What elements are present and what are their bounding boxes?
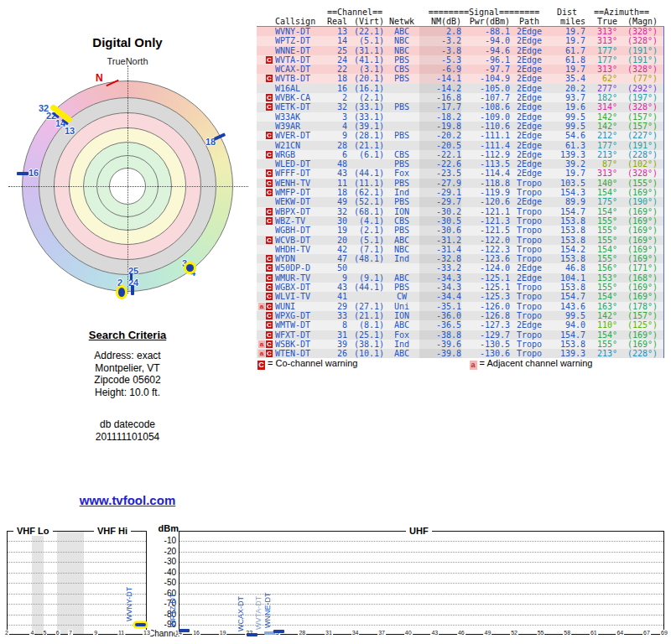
cell-miles: 143.6 <box>549 302 585 311</box>
cell-virt: (10.1) <box>347 349 384 358</box>
cell-magn: (157°) <box>617 311 658 320</box>
cell-netwk: ABC <box>384 273 419 283</box>
column-header-virt: (Virt) <box>347 17 384 26</box>
cell-netwk: ION <box>384 207 419 216</box>
column-header-miles: miles <box>549 17 585 26</box>
channel-tick: 19 <box>219 630 227 636</box>
cell-real: 19 <box>325 226 347 235</box>
cell-virt: (21.1) <box>347 311 384 320</box>
cell-path: 2Edge <box>510 141 549 150</box>
table-row: CWVER-DT9(28.1)PBS-20.2-111.12Edge54.621… <box>257 131 664 140</box>
row-warning-badges: C <box>257 131 275 140</box>
cell-nm: -27.9 <box>419 179 461 188</box>
search-criteria-line: Zipcode 05602 <box>44 374 211 387</box>
cell-virt: (3.1) <box>347 65 384 74</box>
cell-pwr: -124.0 <box>461 263 510 273</box>
column-header-real: Real <box>325 17 347 26</box>
cell-netwk: NBC <box>384 36 419 45</box>
cell-callsign: WSBK-DT <box>275 340 325 349</box>
cell-netwk: Uni <box>384 302 419 311</box>
cell-netwk: Ind <box>384 254 419 263</box>
cell-magn: (169°) <box>617 330 658 340</box>
polar-marker <box>130 273 133 280</box>
co-channel-badge: C <box>266 350 273 357</box>
cell-true: 110° <box>585 320 617 330</box>
chart-bar <box>273 630 284 633</box>
cell-virt: (44.1) <box>347 169 384 178</box>
channel-tick: 37 <box>377 630 386 636</box>
cell-real: 11 <box>325 179 347 188</box>
cell-magn: (157°) <box>617 122 658 131</box>
station-table: ==Channel==========Signal========Dist==A… <box>257 8 664 358</box>
cell-netwk: PBS <box>384 179 419 188</box>
cell-path: Tropo <box>510 340 549 349</box>
co-channel-badge: C <box>266 264 273 272</box>
datecode-value: 201111101054 <box>44 431 211 444</box>
cell-real: 2 <box>325 93 347 102</box>
cell-real: 16 <box>325 84 347 93</box>
cell-path: Tropo <box>510 254 549 263</box>
band-label-vhf-lo: VHF Lo <box>13 526 53 536</box>
table-row: W39AR4(39.1)-19.8-110.62Edge99.5142°(157… <box>257 122 664 131</box>
cell-callsign: WFFF-DT <box>275 169 325 178</box>
cell-miles: 104.1 <box>549 273 585 283</box>
column-header-magn: (Magn) <box>617 17 658 26</box>
channel-tick: 34 <box>351 630 360 636</box>
cell-netwk: PBS <box>384 159 419 169</box>
dbm-tick-label: -30 <box>149 557 176 566</box>
cell-miles: 54.6 <box>549 131 585 140</box>
table-row: CWRGB6(6.1)CBS-22.1-112.92Edge139.3213°(… <box>257 150 664 159</box>
header-group <box>275 8 325 17</box>
cell-path: 2Edge <box>510 159 549 169</box>
cell-nm: -5.3 <box>419 55 461 65</box>
channel-tick: 67 <box>642 630 651 636</box>
cell-true: 313° <box>585 36 617 45</box>
cell-path: Tropo <box>510 226 549 235</box>
table-row: CWFXT-DT31(25.1)Fox-38.8-129.7Tropo154.7… <box>257 330 664 340</box>
header-group: ========Signal======== <box>419 8 549 17</box>
cell-pwr: -125.3 <box>461 292 510 301</box>
cell-true: 155° <box>585 340 617 349</box>
row-warning-badges: C <box>257 263 275 273</box>
cell-path: 2Edge <box>510 93 549 102</box>
cell-pwr: -126.8 <box>461 311 510 320</box>
channel-tick: 64 <box>616 630 624 636</box>
cell-path: 2Edge <box>510 197 549 206</box>
band-label-vhf-hi: VHF Hi <box>94 526 131 536</box>
adjacent-channel-badge: a <box>258 340 265 348</box>
cell-netwk: CBS <box>384 150 419 159</box>
cell-nm: -20.5 <box>419 141 461 150</box>
co-channel-badge: C <box>266 208 273 216</box>
cell-nm: -36.5 <box>419 320 461 330</box>
table-row: WNNE-DT25(31.1)NBC-3.8-94.62Edge61.7177°… <box>257 46 664 55</box>
table-column-headers: CallsignReal(Virt)NetwkNM(dB)Pwr(dBm)Pat… <box>257 17 664 26</box>
cell-true: 213° <box>585 150 617 159</box>
cell-pwr: -94.0 <box>461 36 510 45</box>
cell-pwr: -125.1 <box>461 273 510 283</box>
cell-nm: -35.1 <box>419 302 461 311</box>
cell-miles: 94.0 <box>549 320 585 330</box>
cell-netwk: CW <box>384 292 419 301</box>
table-row: CWFFF-DT43(44.1)Fox-23.5-114.42Edge19.73… <box>257 169 664 178</box>
cell-callsign: W50DP-D <box>275 263 325 273</box>
table-row: CWETK-DT32(33.1)PBS-17.7-108.62Edge19.63… <box>257 102 664 112</box>
row-warning-badges: aC <box>257 349 275 358</box>
cell-netwk <box>384 122 419 131</box>
row-warning-badges <box>257 159 275 169</box>
tvfool-link[interactable]: www.tvfool.com <box>44 493 211 507</box>
cell-pwr: -105.0 <box>461 84 510 93</box>
cell-netwk: Fox <box>384 169 419 178</box>
cell-nm: -39.6 <box>419 340 461 349</box>
cell-real: 9 <box>325 273 347 283</box>
row-warning-badges: C <box>257 207 275 216</box>
cell-miles: 99.5 <box>549 112 585 122</box>
channel-tick: 5 <box>43 630 48 636</box>
dbm-gridline <box>179 604 663 605</box>
channel-tick: 7 <box>68 630 73 636</box>
header-group <box>384 8 419 17</box>
header-group <box>257 8 275 17</box>
cell-pwr: -111.1 <box>461 131 510 140</box>
cell-true: 142° <box>585 112 617 122</box>
table-row: CWLVI-TV41CW-34.4-125.3Tropo154.7154°(16… <box>257 292 664 301</box>
cell-virt: (33.1) <box>347 112 384 122</box>
